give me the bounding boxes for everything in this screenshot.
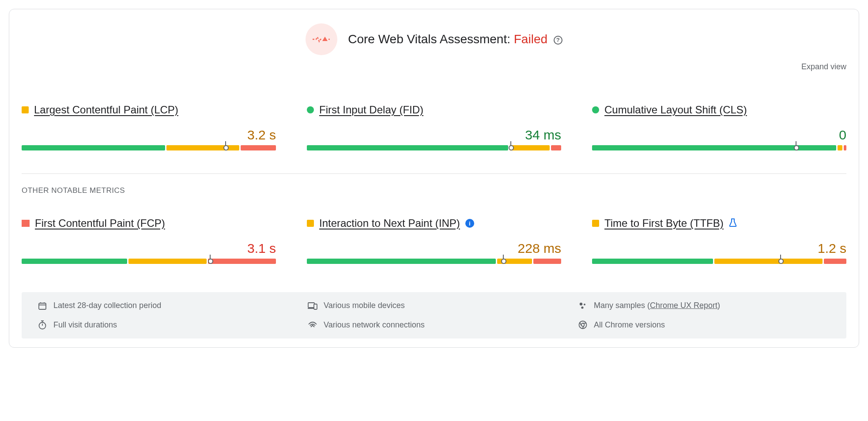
metric-lcp: Largest Contentful Paint (LCP) 3.2 s (22, 104, 276, 154)
footer-connections: Various network connections (308, 320, 560, 330)
metric-inp: Interaction to Next Paint (INP) i 228 ms (307, 217, 561, 267)
svg-point-10 (584, 304, 585, 305)
section-divider (22, 173, 846, 174)
distribution-bar (307, 259, 561, 267)
distribution-bar (22, 259, 276, 267)
svg-rect-8 (314, 304, 317, 309)
metric-name-link[interactable]: Cumulative Layout Shift (CLS) (604, 104, 747, 116)
chrome-icon (578, 320, 588, 329)
assessment-status-text: Failed (514, 32, 547, 46)
distribution-bar (307, 145, 561, 154)
network-icon (308, 321, 317, 329)
metric-cls: Cumulative Layout Shift (CLS) 0 (592, 104, 846, 154)
assessment-title-text: Core Web Vitals Assessment: (348, 32, 510, 46)
metric-name-link[interactable]: Interaction to Next Paint (INP) (319, 217, 460, 229)
svg-rect-2 (39, 303, 46, 309)
footer-collection-period: Latest 28-day collection period (38, 301, 290, 310)
footer-chrome-versions: All Chrome versions (578, 320, 830, 330)
info-icon[interactable]: i (465, 219, 474, 228)
metric-fid: First Input Delay (FID) 34 ms (307, 104, 561, 154)
calendar-icon (38, 301, 47, 310)
stopwatch-icon (38, 320, 47, 330)
web-vitals-card: Core Web Vitals Assessment: Failed ? Exp… (9, 9, 859, 348)
assessment-title: Core Web Vitals Assessment: Failed ? (348, 32, 562, 46)
crux-report-link[interactable]: Chrome UX Report (650, 301, 717, 310)
footer-text: Various network connections (324, 320, 425, 330)
metric-fcp: First Contentful Paint (FCP) 3.1 s (22, 217, 276, 267)
assessment-status-icon (306, 23, 337, 55)
metric-value: 0 (592, 128, 846, 143)
metric-name-link[interactable]: Largest Contentful Paint (LCP) (34, 104, 178, 116)
metric-value: 3.1 s (22, 241, 276, 256)
svg-point-11 (581, 306, 583, 308)
samples-icon (578, 302, 588, 310)
svg-marker-0 (322, 37, 328, 41)
metric-name-link[interactable]: First Contentful Paint (FCP) (35, 217, 165, 229)
distribution-bar (592, 145, 846, 154)
footer-text: All Chrome versions (594, 320, 665, 330)
footer-text: Latest 28-day collection period (53, 301, 161, 310)
status-indicator-icon (22, 106, 29, 113)
status-indicator-icon (592, 220, 599, 227)
metric-value: 1.2 s (592, 241, 846, 256)
devices-icon (308, 302, 317, 310)
status-indicator-icon (592, 106, 599, 113)
expand-view-link[interactable]: Expand view (801, 62, 846, 71)
metric-value: 34 ms (307, 128, 561, 143)
status-indicator-icon (307, 106, 314, 113)
assessment-header: Core Web Vitals Assessment: Failed ? Exp… (22, 23, 846, 55)
distribution-bar (22, 145, 276, 154)
metric-name-link[interactable]: Time to First Byte (TTFB) (604, 217, 724, 229)
status-indicator-icon (22, 220, 30, 227)
section-label: OTHER NOTABLE METRICS (22, 186, 846, 195)
distribution-bar (592, 259, 846, 267)
footer-text: Many samples (Chrome UX Report) (594, 301, 720, 310)
metric-value: 228 ms (307, 241, 561, 256)
footer-durations: Full visit durations (38, 320, 290, 330)
metric-name-link[interactable]: First Input Delay (FID) (319, 104, 423, 116)
status-indicator-icon (307, 220, 314, 227)
svg-rect-6 (308, 303, 314, 308)
footer-text: Full visit durations (53, 320, 117, 330)
help-icon[interactable]: ? (554, 36, 562, 45)
experimental-icon[interactable] (729, 218, 737, 229)
footer-text: Various mobile devices (324, 301, 405, 310)
footer-devices: Various mobile devices (308, 301, 560, 310)
metric-value: 3.2 s (22, 128, 276, 143)
footer-samples: Many samples (Chrome UX Report) (578, 301, 830, 310)
metadata-footer: Latest 28-day collection period Various … (22, 292, 846, 338)
svg-point-9 (580, 302, 582, 305)
metric-ttfb: Time to First Byte (TTFB) 1.2 s (592, 217, 846, 267)
